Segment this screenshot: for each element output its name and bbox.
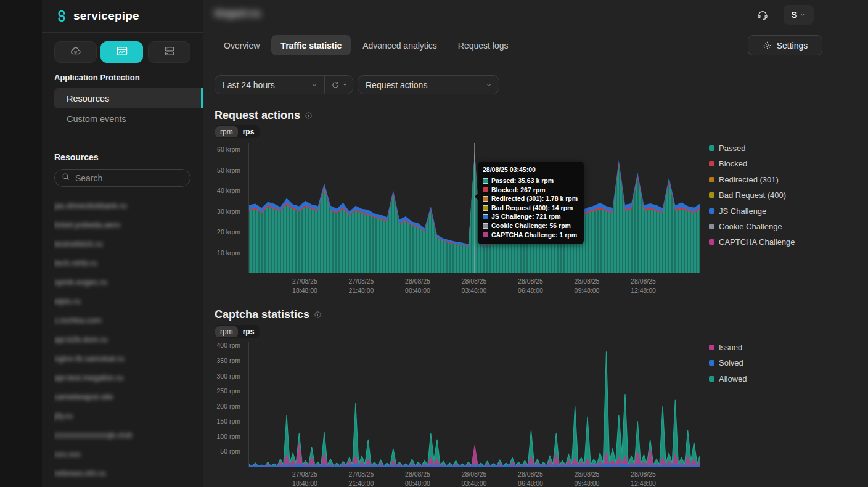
resource-item[interactable]: elpts.ru (54, 292, 198, 311)
support-headset-icon[interactable] (756, 9, 769, 21)
x-tick-label: 28/08/2506:48:00 (505, 277, 557, 295)
legend-item-cookie-challenge[interactable]: Cookie Challenge (709, 222, 782, 231)
legend-item-allowed[interactable]: Allowed (709, 374, 747, 383)
legend-swatch (709, 224, 714, 229)
auto-refresh-button[interactable] (325, 81, 353, 89)
legend-swatch (709, 161, 714, 166)
legend-item-js-challenge[interactable]: JS Challenge (709, 207, 766, 216)
resource-item[interactable]: samebeapot.site (54, 387, 198, 406)
captcha-statistics-chart[interactable] (248, 342, 700, 467)
metric-select[interactable]: Request actions (358, 75, 499, 94)
sidebar-divider (42, 32, 203, 33)
x-tick-date: 27/08/25 (279, 470, 331, 479)
sidebar: servicepipe (42, 0, 203, 487)
tab-traffic-statistic[interactable]: Traffic statistic (271, 35, 351, 55)
server-stack-icon (163, 45, 176, 60)
x-tick-date: 28/08/25 (505, 277, 557, 286)
resource-item[interactable]: ticket.pobeda.aero (54, 215, 198, 234)
y-tick-label: 100 rpm (205, 433, 240, 440)
tab-request-logs[interactable]: Request logs (449, 35, 518, 55)
legend-label: Solved (719, 358, 743, 367)
info-icon (305, 112, 313, 120)
x-tick-time: 18:48:00 (279, 286, 331, 295)
brand-name: servicepipe (73, 9, 139, 23)
tab-overview[interactable]: Overview (215, 35, 269, 55)
tabs: OverviewTraffic statisticAdvanced analyt… (215, 35, 518, 55)
legend-label: Issued (719, 343, 742, 352)
app-screen: servicepipe (0, 0, 868, 487)
y-tick-label: 350 rpm (205, 357, 240, 364)
legend-swatch (709, 177, 714, 182)
unit-rpm-button[interactable]: rpm (215, 126, 238, 137)
resource-item[interactable]: tech.rehb.ru (54, 253, 198, 272)
tooltip-value: CAPTCHA Challenge: 1 rpm (491, 231, 577, 240)
legend-label: Blocked (719, 159, 747, 168)
settings-button[interactable]: Settings (748, 35, 822, 55)
unit-rps-button[interactable]: rps (238, 326, 260, 337)
sidebar-item-custom-events[interactable]: Custom events (67, 112, 126, 126)
legend-label: Redirected (301) (719, 175, 779, 184)
resource-item[interactable]: s.tochka.com (54, 311, 198, 330)
y-tick-label: 30 krpm (205, 208, 240, 215)
active-indicator (201, 88, 203, 108)
x-tick-time: 06:48:00 (505, 479, 557, 487)
x-tick-label: 28/08/2503:48:00 (448, 470, 500, 487)
nav-infrastructure-button[interactable] (148, 41, 190, 63)
search-input[interactable] (75, 173, 184, 183)
resource-search[interactable] (54, 169, 190, 187)
brand-logo[interactable]: servicepipe (54, 7, 139, 25)
x-tick-time: 06:48:00 (505, 286, 557, 295)
resource-item[interactable]: sss.sss (54, 444, 198, 464)
tooltip-row: Redirected (301): 1.78 k rpm (483, 194, 578, 203)
x-tick-label: 28/08/2509:48:00 (561, 470, 613, 487)
legend-item-solved[interactable]: Solved (709, 358, 743, 367)
resource-item[interactable]: zzzzzzzzzzzzzqb.club (54, 425, 198, 444)
chevron-down-icon (485, 81, 493, 89)
user-menu[interactable]: S (784, 5, 814, 25)
legend-item-redirected-301-[interactable]: Redirected (301) (709, 175, 779, 184)
legend-item-issued[interactable]: Issued (709, 343, 742, 352)
tooltip-row: Passed: 35.63 k rpm (483, 176, 578, 186)
x-tick-time: 00:48:00 (392, 479, 444, 487)
time-range-select[interactable]: Last 24 hours (215, 75, 353, 94)
servicepipe-logo-icon (54, 9, 69, 23)
chevron-down-icon (342, 82, 348, 88)
resource-item[interactable]: nginx-lb.samokat.ru (54, 349, 198, 368)
sidebar-item-resources[interactable]: Resources (54, 88, 203, 108)
x-tick-time: 12:48:00 (618, 479, 669, 487)
info-icon (314, 311, 322, 319)
x-tick-date: 28/08/25 (618, 277, 669, 286)
cloud-icon (70, 45, 82, 60)
tooltip-swatch (483, 205, 488, 211)
crosshair-line (474, 143, 475, 273)
unit-rps-button[interactable]: rps (238, 126, 260, 137)
tooltip-row: Blocked: 267 rpm (483, 186, 578, 195)
resource-item[interactable]: jify.ru (54, 406, 198, 425)
nav-cloud-protection-button[interactable] (54, 41, 97, 63)
resource-item[interactable]: jas.drivectickbank.ru (54, 196, 198, 215)
y-tick-label: 300 rpm (205, 372, 240, 380)
y-tick-label: 50 krpm (205, 166, 240, 174)
legend-item-blocked[interactable]: Blocked (709, 159, 747, 168)
legend-item-bad-request-400-[interactable]: Bad Request (400) (709, 190, 786, 200)
legend-item-captcha-challenge[interactable]: CAPTCHA Challenge (709, 237, 795, 247)
header-divider (205, 60, 858, 60)
y-tick-label: 250 rpm (205, 387, 240, 395)
resource-item[interactable]: api.b2b.dom.ru (54, 330, 198, 349)
y-tick-label: 200 rpm (205, 403, 240, 410)
x-tick-date: 28/08/25 (392, 277, 444, 286)
resource-item[interactable]: testnefetch.ru (54, 234, 198, 253)
tooltip-swatch (483, 196, 488, 202)
legend-swatch (709, 360, 714, 366)
legend-item-passed[interactable]: Passed (709, 144, 745, 153)
resource-item[interactable]: referees.kfn.ru (54, 464, 198, 483)
resource-item[interactable]: api-test.megafon.ru (54, 368, 198, 387)
tooltip-value: Redirected (301): 1.78 k rpm (491, 194, 578, 203)
resource-item[interactable]: opmk.eogec.ru (54, 272, 198, 292)
page-title-redacted: tingart.ru (215, 7, 261, 20)
nav-application-protection-button[interactable] (100, 41, 143, 63)
x-tick-date: 27/08/25 (335, 470, 387, 479)
x-tick-label: 27/08/2521:48:00 (335, 470, 387, 487)
tab-advanced-analytics[interactable]: Advanced analytics (353, 35, 446, 55)
unit-rpm-button[interactable]: rpm (215, 326, 238, 337)
